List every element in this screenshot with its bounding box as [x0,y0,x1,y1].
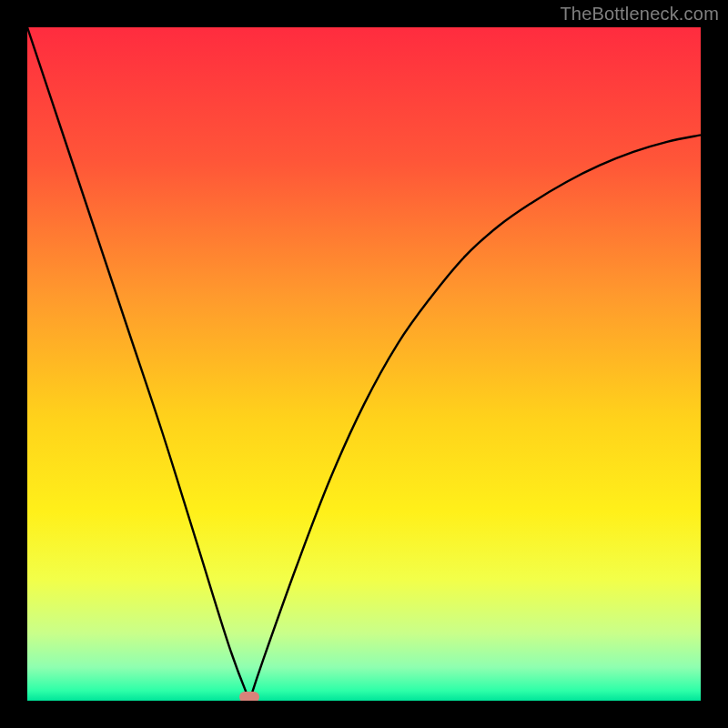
chart-frame: TheBottleneck.com [0,0,728,728]
minimum-marker [239,692,259,701]
plot-area [27,27,701,701]
bottleneck-curve [27,27,701,701]
watermark-text: TheBottleneck.com [560,4,719,25]
